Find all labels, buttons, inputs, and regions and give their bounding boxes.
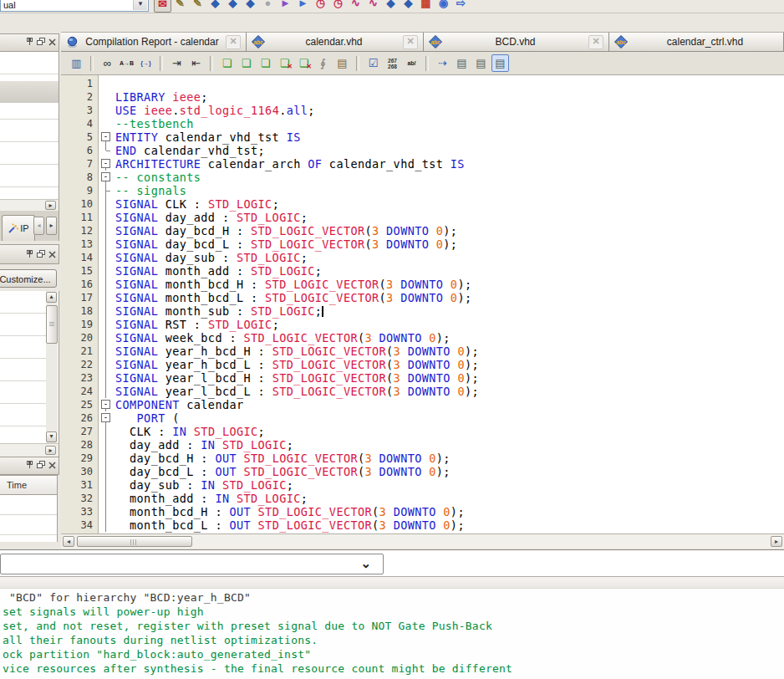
message-line[interactable]: vice resources after synthesis - the fin… bbox=[3, 661, 784, 676]
code-editor[interactable]: 12LIBRARY ieee;3USE ieee.std_logic_1164.… bbox=[61, 75, 784, 534]
code-text: USE ieee.std_logic_1164.all; bbox=[113, 104, 315, 117]
fold-block1-icon[interactable]: ▤ bbox=[453, 54, 471, 72]
time-column-header[interactable]: Time bbox=[0, 475, 58, 495]
stop-processing-icon[interactable]: ● bbox=[259, 0, 277, 13]
collapse-icon[interactable]: - bbox=[101, 413, 110, 422]
collapse-icon[interactable]: - bbox=[101, 400, 110, 409]
restore-icon[interactable] bbox=[37, 38, 45, 46]
insert-bookmark-icon[interactable]: ❏ bbox=[218, 54, 236, 72]
start-compilation-icon[interactable]: ► bbox=[277, 0, 294, 13]
restore-icon[interactable] bbox=[37, 461, 45, 469]
scroll-thumb[interactable] bbox=[77, 536, 192, 547]
forward-icon[interactable]: ⇨ bbox=[452, 0, 470, 13]
fold-margin-cell bbox=[99, 318, 113, 331]
goto-line-icon[interactable]: ⇢ bbox=[434, 54, 451, 72]
line-numbers-icon[interactable]: 267268 bbox=[384, 54, 401, 72]
edit-settings-icon[interactable]: ✎ bbox=[189, 0, 206, 13]
timing-analyzer-icon[interactable]: ◷ bbox=[312, 0, 329, 13]
delete-all-bookmarks-icon[interactable]: ❏✕ bbox=[295, 54, 313, 72]
tab-close-button[interactable]: ✕ bbox=[403, 35, 418, 49]
chevron-down-icon[interactable]: ▾ bbox=[133, 0, 147, 10]
catalog-hscrollbar[interactable]: ▸ bbox=[0, 443, 59, 457]
fold-toggle[interactable]: - bbox=[99, 157, 113, 171]
message-line[interactable]: ock partition "hard_block:auto_generated… bbox=[3, 647, 784, 661]
scroll-thumb[interactable] bbox=[46, 305, 58, 344]
scroll-down-icon[interactable]: ▾ bbox=[46, 431, 57, 442]
fold-block2-icon[interactable]: ▤ bbox=[472, 54, 490, 72]
fold-toggle[interactable]: - bbox=[99, 411, 113, 425]
fold-toggle[interactable]: - bbox=[99, 130, 113, 144]
message-filter-combo[interactable]: ⌄ bbox=[0, 554, 384, 574]
message-suppress-icon[interactable]: ✉ bbox=[154, 0, 171, 13]
tab-close-button[interactable]: ✕ bbox=[588, 35, 603, 49]
tab-bcd-vhd[interactable]: abcBCD.vhd✕ bbox=[424, 33, 609, 51]
collapse-icon[interactable]: - bbox=[101, 172, 110, 181]
message-line[interactable]: all their fanouts during netlist optimiz… bbox=[3, 633, 784, 647]
pin-icon[interactable] bbox=[26, 38, 33, 46]
chip-planner-icon[interactable]: ▦ bbox=[417, 0, 435, 13]
tab-calendar-ctrl-vhd[interactable]: abccalendar_ctrl.vhd bbox=[609, 33, 784, 51]
export-file-icon[interactable]: ▥ bbox=[68, 54, 85, 72]
next-bookmark-icon[interactable]: ❏ bbox=[237, 54, 255, 72]
scroll-right-icon[interactable]: ▸ bbox=[45, 201, 56, 210]
scroll-right-icon[interactable]: ▸ bbox=[771, 536, 782, 547]
timequest-icon[interactable]: ◷ bbox=[329, 0, 347, 13]
delete-bookmark-icon[interactable]: ❏✕ bbox=[276, 54, 293, 72]
outdent-icon[interactable]: ⇤ bbox=[187, 54, 205, 72]
tasks-list[interactable] bbox=[0, 52, 59, 199]
tab-scroll-left-icon[interactable]: ◂ bbox=[33, 217, 44, 235]
compile-design-icon[interactable]: ◆ bbox=[206, 0, 224, 13]
code-text: SIGNAL day_add : STD_LOGIC; bbox=[113, 211, 308, 224]
scroll-right-icon[interactable]: ▸ bbox=[45, 446, 56, 455]
simulate-icon[interactable]: ∿ bbox=[347, 0, 364, 13]
insert-template-icon[interactable]: ▤ bbox=[333, 54, 351, 72]
ip-catalog-tab[interactable]: IP bbox=[2, 215, 35, 241]
close-icon[interactable] bbox=[48, 462, 56, 469]
message-line[interactable]: set signals will power-up high bbox=[3, 605, 784, 619]
tab-close-button[interactable]: ✕ bbox=[226, 35, 241, 49]
match-brace-icon[interactable]: {→} bbox=[137, 54, 155, 72]
pin-icon[interactable] bbox=[26, 250, 33, 258]
module-combo[interactable]: ual ▾ bbox=[0, 0, 149, 12]
waveform-icon[interactable]: ∿ bbox=[364, 0, 382, 13]
close-icon[interactable] bbox=[48, 251, 56, 258]
tasks-hscrollbar[interactable]: ▸ bbox=[0, 199, 59, 211]
editor-hscrollbar[interactable]: ◂ ▸ bbox=[61, 534, 784, 549]
message-line[interactable]: "BCD" for hierarchy "BCD:year_h_BCD" bbox=[3, 590, 784, 605]
scroll-up-icon[interactable]: ▴ bbox=[46, 292, 57, 303]
collapse-icon[interactable]: - bbox=[101, 132, 110, 141]
replace-icon[interactable]: A→B bbox=[118, 54, 135, 72]
scroll-left-icon[interactable]: ◂ bbox=[63, 536, 74, 547]
attach-icon[interactable]: ∮ bbox=[314, 54, 332, 72]
fold-toggle[interactable]: - bbox=[99, 398, 113, 411]
collapse-icon[interactable]: - bbox=[101, 159, 110, 168]
tab-compilation-report-calendar[interactable]: Compilation Report - calendar✕ bbox=[61, 33, 247, 51]
customize-button[interactable]: Customize... bbox=[0, 269, 57, 288]
find-icon[interactable]: ∞ bbox=[99, 54, 116, 72]
prev-bookmark-icon[interactable]: ❏ bbox=[257, 54, 274, 72]
close-icon[interactable] bbox=[48, 38, 56, 46]
fold-block3-icon[interactable]: ▤ bbox=[491, 54, 509, 72]
code-text: month_add : IN STD_LOGIC; bbox=[113, 492, 308, 505]
time-list[interactable] bbox=[0, 495, 58, 542]
comment-icon[interactable]: ab/ bbox=[403, 54, 420, 72]
tab-calendar-vhd[interactable]: abccalendar.vhd✕ bbox=[247, 33, 424, 51]
catalog-vscrollbar[interactable]: ▴ ▾ bbox=[46, 291, 58, 443]
netlist-viewer-icon[interactable]: ◆ bbox=[382, 0, 400, 13]
help-icon[interactable]: ◉ bbox=[435, 0, 452, 13]
message-line[interactable]: set, and not reset, register with preset… bbox=[3, 619, 784, 633]
analysis-synthesis-icon[interactable]: ◆ bbox=[224, 0, 242, 13]
fitter-icon[interactable]: ◆ bbox=[242, 0, 259, 13]
messages-panel[interactable]: "BCD" for hierarchy "BCD:year_h_BCD"set … bbox=[0, 589, 784, 679]
new-source-icon[interactable]: ✎ bbox=[171, 0, 189, 13]
analyze-file-icon[interactable]: ☑ bbox=[364, 54, 382, 72]
tech-map-viewer-icon[interactable]: ◆ bbox=[400, 0, 417, 13]
restore-icon[interactable] bbox=[37, 250, 45, 258]
fold-toggle[interactable]: - bbox=[99, 171, 113, 184]
start-analysis-icon[interactable]: ► bbox=[294, 0, 312, 13]
pin-icon[interactable] bbox=[26, 461, 33, 469]
indent-icon[interactable]: ⇥ bbox=[168, 54, 186, 72]
catalog-list[interactable]: ▴ ▾ bbox=[0, 291, 59, 443]
tab-scroll-right-icon[interactable]: ▸ bbox=[46, 217, 57, 235]
selected-task-row[interactable] bbox=[0, 81, 59, 103]
